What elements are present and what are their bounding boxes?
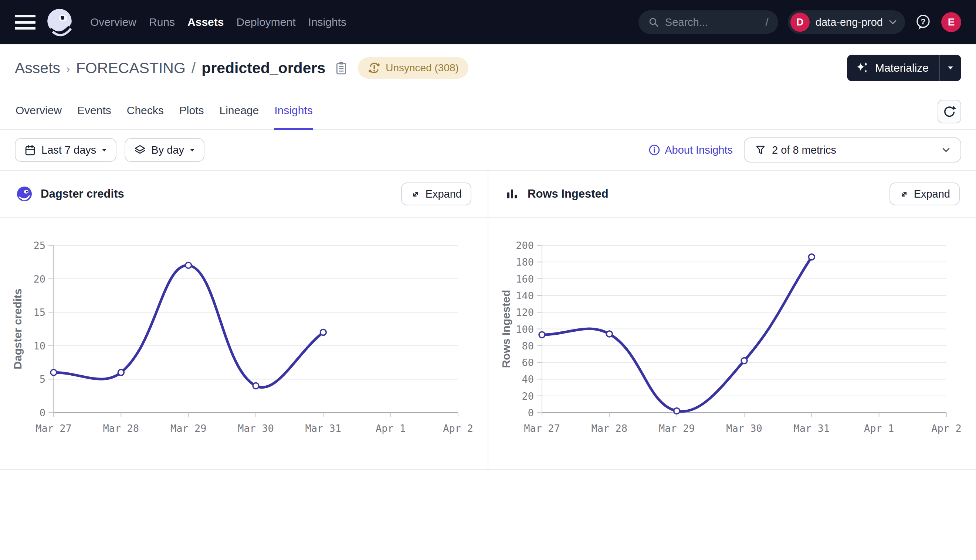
metrics-filter-dropdown[interactable]: 2 of 8 metrics	[744, 137, 961, 163]
tab-plots[interactable]: Plots	[179, 92, 204, 129]
svg-text:20: 20	[33, 273, 45, 285]
dagster-credits-icon	[16, 186, 33, 202]
svg-text:40: 40	[521, 373, 534, 385]
breadcrumb-group-link[interactable]: FORECASTING	[76, 60, 186, 77]
layers-icon	[134, 145, 145, 156]
svg-text:200: 200	[516, 240, 534, 251]
svg-text:Rows Ingested: Rows Ingested	[500, 290, 512, 368]
svg-text:100: 100	[516, 323, 534, 335]
breadcrumb-chevron-icon: ›	[66, 61, 70, 76]
filter-funnel-icon	[755, 145, 766, 155]
expand-icon	[411, 189, 421, 199]
granularity-dropdown[interactable]: By day	[125, 138, 204, 162]
svg-text:Apr 2: Apr 2	[931, 423, 961, 434]
breadcrumb-assets-link[interactable]: Assets	[15, 60, 60, 77]
expand-dagster-credits-button[interactable]: Expand	[401, 182, 471, 205]
svg-text:Apr 1: Apr 1	[376, 423, 406, 434]
sync-alert-icon	[368, 61, 381, 75]
about-insights-link[interactable]: About Insights	[648, 144, 733, 156]
svg-text:Mar 28: Mar 28	[103, 423, 139, 434]
svg-text:25: 25	[33, 240, 45, 251]
rows-ingested-panel: Rows Ingested Expand 0204060801001201401…	[488, 171, 976, 469]
search-icon	[648, 17, 659, 28]
nav-item-runs[interactable]: Runs	[149, 16, 175, 28]
dagster-credits-chart: 0510152025Mar 27Mar 28Mar 29Mar 30Mar 31…	[0, 218, 488, 469]
info-icon	[648, 144, 660, 156]
chevron-down-icon	[889, 20, 897, 25]
materialize-split-button: Materialize	[847, 55, 961, 81]
caret-down-icon	[102, 148, 107, 152]
search-box[interactable]: /	[638, 10, 778, 34]
svg-text:Mar 27: Mar 27	[524, 423, 560, 434]
dagster-logo-icon[interactable]	[45, 7, 75, 37]
caret-down-icon	[190, 148, 195, 152]
svg-text:140: 140	[516, 290, 534, 302]
insights-filters: Last 7 days By day About Insights 2 of 8…	[0, 130, 976, 170]
primary-nav: Overview Runs Assets Deployment Insights	[90, 16, 346, 28]
svg-text:180: 180	[516, 257, 534, 268]
tab-insights[interactable]: Insights	[274, 92, 313, 129]
svg-text:0: 0	[528, 407, 534, 418]
nav-item-insights[interactable]: Insights	[308, 16, 346, 28]
svg-text:15: 15	[33, 307, 45, 318]
unsynced-status-badge[interactable]: Unsynced (308)	[358, 57, 468, 79]
hamburger-menu-icon[interactable]	[15, 14, 35, 30]
tab-overview[interactable]: Overview	[15, 92, 62, 129]
svg-text:60: 60	[521, 357, 534, 368]
svg-text:160: 160	[516, 273, 534, 285]
help-icon[interactable]: ?	[915, 14, 932, 31]
insights-charts: Dagster credits Expand 0510152025Mar 27M…	[0, 170, 976, 470]
asset-tabs: Overview Events Checks Plots Lineage Ins…	[0, 92, 976, 130]
chart-title: Rows Ingested	[528, 187, 608, 201]
breadcrumb-slash: /	[192, 60, 196, 77]
workspace-switcher[interactable]: D data-eng-prod	[788, 10, 905, 34]
svg-text:Apr 1: Apr 1	[864, 423, 894, 434]
tab-lineage[interactable]: Lineage	[220, 92, 259, 129]
calendar-icon	[24, 145, 36, 156]
asset-header: Assets › FORECASTING / predicted_orders …	[0, 44, 976, 92]
bar-chart-icon	[505, 187, 520, 201]
workspace-badge: D	[790, 13, 810, 32]
breadcrumb: Assets › FORECASTING / predicted_orders	[15, 60, 348, 77]
chart-title: Dagster credits	[41, 187, 124, 201]
svg-text:20: 20	[521, 390, 534, 402]
svg-text:Mar 29: Mar 29	[659, 423, 695, 434]
svg-text:Mar 30: Mar 30	[238, 423, 274, 434]
svg-text:120: 120	[516, 307, 534, 318]
svg-text:Mar 31: Mar 31	[305, 423, 342, 434]
svg-text:5: 5	[40, 373, 45, 385]
rows-ingested-chart: 020406080100120140160180200Mar 27Mar 28M…	[488, 218, 976, 469]
copy-asset-name-icon[interactable]	[335, 61, 348, 75]
nav-item-overview[interactable]: Overview	[90, 16, 136, 28]
nav-item-deployment[interactable]: Deployment	[236, 16, 296, 28]
user-avatar[interactable]: E	[941, 12, 961, 32]
svg-text:Mar 30: Mar 30	[726, 423, 762, 434]
svg-text:Apr 2: Apr 2	[443, 423, 473, 434]
chevron-down-icon	[942, 147, 950, 153]
unsynced-label: Unsynced (308)	[386, 62, 459, 74]
date-range-dropdown[interactable]: Last 7 days	[15, 138, 117, 162]
top-nav: Overview Runs Assets Deployment Insights…	[0, 0, 976, 44]
svg-text:Dagster credits: Dagster credits	[12, 288, 23, 369]
refresh-button[interactable]	[938, 100, 961, 123]
tab-checks[interactable]: Checks	[127, 92, 164, 129]
search-shortcut-hint: /	[765, 16, 768, 28]
svg-text:?: ?	[921, 17, 925, 26]
sparkles-icon	[856, 61, 869, 75]
svg-text:10: 10	[33, 340, 45, 352]
svg-text:0: 0	[40, 407, 45, 418]
refresh-icon	[943, 105, 956, 118]
dagster-credits-panel: Dagster credits Expand 0510152025Mar 27M…	[0, 171, 488, 469]
expand-rows-ingested-button[interactable]: Expand	[889, 182, 960, 205]
tab-events[interactable]: Events	[77, 92, 111, 129]
expand-icon	[899, 189, 909, 199]
materialize-button[interactable]: Materialize	[847, 55, 939, 81]
search-input[interactable]	[665, 16, 739, 28]
svg-text:Mar 27: Mar 27	[35, 423, 72, 434]
workspace-name: data-eng-prod	[816, 16, 883, 28]
svg-text:80: 80	[521, 340, 534, 352]
materialize-dropdown-caret[interactable]	[940, 55, 961, 81]
nav-item-assets[interactable]: Assets	[187, 16, 224, 28]
svg-text:Mar 29: Mar 29	[170, 423, 207, 434]
svg-text:Mar 28: Mar 28	[592, 423, 628, 434]
